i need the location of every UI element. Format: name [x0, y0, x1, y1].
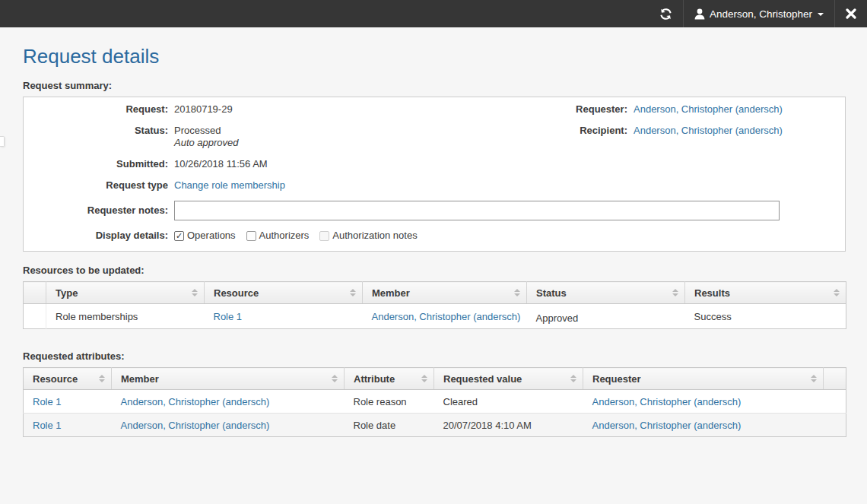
resources-header-resource[interactable]: Resource	[205, 282, 363, 304]
attributes-header-resource[interactable]: Resource	[24, 368, 112, 390]
status-text: Processed	[174, 125, 221, 136]
checkbox-disabled-icon	[319, 231, 329, 241]
resource-link[interactable]: Role 1	[33, 420, 62, 431]
resources-table-header-row: Type Resource Member Status Results	[24, 282, 846, 304]
resources-header-status[interactable]: Status	[527, 282, 685, 304]
close-button[interactable]	[835, 0, 867, 27]
close-icon	[846, 8, 856, 19]
attributes-header-member[interactable]: Member	[112, 368, 345, 390]
resources-header-member[interactable]: Member	[363, 282, 527, 304]
summary-row: Request: 20180719-29 Requester: Anderson…	[30, 103, 839, 116]
status-value: Processed Auto approved	[174, 125, 532, 149]
operations-checkbox[interactable]: ✓ Operations	[174, 230, 236, 242]
column-header-label: Attribute	[354, 373, 395, 385]
refresh-icon	[659, 8, 672, 21]
resource-cell: Role 1	[24, 390, 112, 414]
request-type-link[interactable]: Change role membership	[174, 179, 285, 191]
resource-cell: Role 1	[24, 414, 112, 437]
column-header-label: Resource	[214, 287, 259, 299]
user-name: Anderson, Christopher	[710, 8, 812, 20]
member-cell: Anderson, Christopher (andersch)	[112, 390, 345, 414]
user-icon	[694, 8, 705, 20]
request-summary-label: Request summary:	[23, 80, 846, 91]
requester-notes-label: Requester notes:	[30, 201, 168, 220]
sort-icon	[811, 375, 817, 382]
resource-link[interactable]: Role 1	[33, 396, 62, 407]
summary-row: Submitted: 10/26/2018 11:56 AM	[30, 158, 839, 170]
summary-row: Request type Change role membership	[30, 179, 839, 192]
attributes-header-requested-value[interactable]: Requested value	[434, 368, 583, 390]
column-header-label: Results	[694, 287, 730, 299]
authorization-notes-checkbox-label: Authorization notes	[332, 230, 417, 242]
authorizers-checkbox[interactable]: Authorizers	[246, 230, 310, 242]
summary-row: Requester notes:	[30, 201, 839, 220]
checkbox-unchecked-icon	[246, 231, 256, 241]
requester-notes-input[interactable]	[174, 201, 780, 220]
member-link[interactable]: Anderson, Christopher (andersch)	[121, 420, 270, 431]
submitted-label: Submitted:	[30, 158, 168, 170]
attributes-header-attribute[interactable]: Attribute	[345, 368, 434, 390]
request-type-label: Request type	[30, 179, 168, 192]
summary-row: Status: Processed Auto approved Recipien…	[30, 125, 839, 149]
member-link[interactable]: Anderson, Christopher (andersch)	[372, 311, 521, 322]
column-header-label: Requested value	[443, 373, 522, 385]
resources-header-type[interactable]: Type	[46, 282, 205, 304]
requester-link[interactable]: Anderson, Christopher (andersch)	[592, 396, 742, 407]
sort-icon	[421, 375, 427, 382]
status-note: Auto approved	[174, 137, 239, 148]
row-spacer-cell	[824, 414, 846, 437]
chevron-down-icon	[818, 13, 824, 16]
page-content: Request details Request summary: Request…	[0, 45, 867, 437]
column-header-label: Member	[121, 373, 159, 385]
column-header-label: Resource	[33, 373, 78, 385]
sort-icon	[192, 289, 198, 296]
row-spacer-cell	[824, 390, 846, 414]
requester-link[interactable]: Anderson, Christopher (andersch)	[634, 103, 783, 115]
column-header-label: Member	[372, 287, 410, 299]
refresh-button[interactable]	[649, 0, 683, 27]
side-panel-handle[interactable]	[0, 136, 5, 147]
requested-value-cell: Cleared	[434, 390, 583, 414]
authorization-notes-checkbox[interactable]: Authorization notes	[319, 230, 417, 242]
attributes-header-requester[interactable]: Requester	[583, 368, 824, 390]
type-cell: Role memberships	[46, 304, 205, 329]
recipient-label: Recipient:	[538, 125, 627, 149]
operations-checkbox-label: Operations	[187, 230, 236, 242]
authorizers-checkbox-label: Authorizers	[259, 230, 310, 242]
submitted-value: 10/26/2018 11:56 AM	[174, 158, 845, 170]
column-header-label: Type	[56, 287, 78, 299]
status-label: Status:	[30, 125, 168, 149]
sort-icon	[514, 289, 520, 296]
request-summary-box: Request: 20180719-29 Requester: Anderson…	[23, 97, 846, 252]
summary-row: Display details: ✓ Operations Authorizer…	[30, 230, 839, 242]
recipient-link[interactable]: Anderson, Christopher (andersch)	[634, 125, 783, 136]
user-menu[interactable]: Anderson, Christopher	[684, 0, 834, 27]
checkbox-checked-icon: ✓	[174, 231, 184, 241]
resource-cell: Role 1	[205, 304, 363, 329]
sort-icon	[834, 289, 840, 296]
member-link[interactable]: Anderson, Christopher (andersch)	[121, 396, 270, 407]
attributes-table-label: Requested attributes:	[23, 350, 846, 362]
display-details-options: ✓ Operations Authorizers Authorization n…	[174, 230, 845, 242]
page-title: Request details	[23, 45, 846, 68]
sort-icon	[350, 289, 356, 296]
resources-header-spacer	[24, 282, 46, 304]
sort-icon	[570, 375, 576, 382]
results-cell: Success	[685, 304, 846, 329]
sort-icon	[672, 289, 678, 296]
requester-cell: Anderson, Christopher (andersch)	[583, 390, 824, 414]
table-row: Role 1 Anderson, Christopher (andersch) …	[24, 414, 846, 437]
column-header-label: Requester	[592, 373, 641, 385]
row-spacer-cell	[24, 304, 46, 329]
resource-link[interactable]: Role 1	[214, 311, 243, 322]
attribute-cell: Role date	[345, 414, 434, 437]
sort-icon	[332, 375, 338, 382]
requested-value-cell: 20/07/2018 4:10 AM	[434, 414, 583, 437]
requester-link[interactable]: Anderson, Christopher (andersch)	[592, 420, 742, 431]
resources-table: Type Resource Member Status Results Role…	[23, 281, 846, 329]
table-row: Role memberships Role 1 Anderson, Christ…	[24, 304, 846, 329]
attributes-table-header-row: Resource Member Attribute Requested valu…	[24, 368, 846, 390]
resources-header-results[interactable]: Results	[685, 282, 846, 304]
sort-icon	[99, 375, 105, 382]
member-cell: Anderson, Christopher (andersch)	[112, 414, 345, 437]
